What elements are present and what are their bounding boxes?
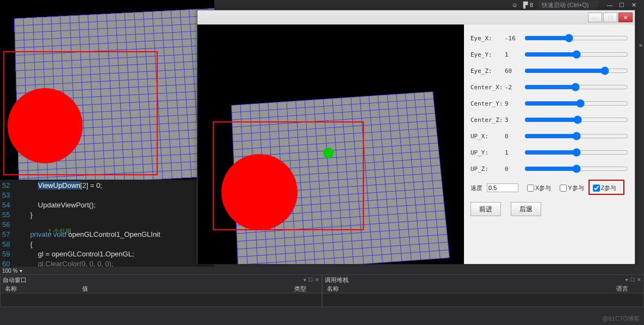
dropdown-icon[interactable]: ▾ bbox=[304, 277, 306, 283]
slider-eyey[interactable] bbox=[524, 50, 628, 59]
opengl-viewport[interactable] bbox=[197, 24, 464, 264]
slider-label: Eye_X: bbox=[470, 35, 500, 42]
slider-eyez[interactable] bbox=[524, 66, 628, 75]
slider-value: -2 bbox=[505, 84, 520, 91]
slider-upz[interactable] bbox=[524, 164, 628, 173]
ide-minimize-button[interactable]: — bbox=[604, 2, 616, 9]
red-sphere bbox=[8, 88, 83, 163]
flag-icon: ▛ bbox=[523, 2, 528, 9]
app-window: — ☐ ✕ Eye_X:-16Eye_Y:1Eye_Z:60Center_X:-… bbox=[197, 10, 635, 263]
quick-launch-input[interactable]: 快速启动 (Ctrl+Q) bbox=[538, 1, 598, 10]
slider-value: -16 bbox=[505, 35, 520, 42]
col-value: 值 bbox=[82, 285, 294, 293]
code-lines[interactable]: ViewUpDown[2] = 0; UpdateViewPort(); } 1… bbox=[14, 180, 160, 267]
notification-badge[interactable]: ▛ 8 bbox=[523, 2, 533, 9]
slider-upx[interactable] bbox=[524, 132, 628, 140]
slider-label: UP_Z: bbox=[470, 165, 500, 173]
y-axis-label: Y参与 bbox=[568, 184, 584, 192]
zoom-indicator: 100 %▾ bbox=[0, 267, 644, 274]
slider-value: 1 bbox=[505, 51, 520, 58]
ide-maximize-button[interactable]: ☐ bbox=[616, 2, 628, 9]
slider-centerx[interactable] bbox=[524, 83, 628, 91]
z-axis-label: Z参与 bbox=[601, 184, 617, 192]
speed-input[interactable] bbox=[487, 183, 518, 192]
slider-label: Center_Y: bbox=[470, 100, 500, 107]
col-type: 类型 bbox=[294, 285, 321, 293]
watermark: @51CTO博客 bbox=[603, 315, 640, 323]
slider-label: UP_X: bbox=[470, 133, 500, 140]
speed-label: 速度 bbox=[470, 184, 482, 192]
app-titlebar[interactable]: — ☐ ✕ bbox=[197, 10, 635, 24]
app-maximize-button[interactable]: ☐ bbox=[603, 13, 617, 22]
notification-count: 8 bbox=[530, 2, 533, 8]
slider-value: 3 bbox=[505, 116, 520, 124]
callstack-panel[interactable]: 调用堆栈 ▾☐✕ 名称 语言 bbox=[322, 274, 644, 307]
dropdown-icon[interactable]: ▾ bbox=[626, 277, 628, 283]
app-close-button[interactable]: ✕ bbox=[618, 13, 633, 22]
slider-label: Center_Z: bbox=[470, 116, 500, 124]
controls-panel: Eye_X:-16Eye_Y:1Eye_Z:60Center_X:-2Cente… bbox=[464, 24, 635, 264]
autos-panel[interactable]: 自动窗口 ▾☐✕ 名称 值 类型 bbox=[0, 274, 322, 307]
slider-eyex[interactable] bbox=[524, 34, 628, 42]
slider-centery[interactable] bbox=[524, 99, 628, 108]
z-axis-checkbox[interactable] bbox=[593, 185, 600, 192]
x-axis-label: X参与 bbox=[535, 184, 551, 192]
code-editor[interactable]: 525354555657585960 ViewUpDown[2] = 0; Up… bbox=[0, 180, 214, 267]
red-sphere bbox=[221, 154, 298, 230]
col-lang: 语言 bbox=[616, 285, 643, 293]
slider-value: 60 bbox=[505, 68, 520, 75]
pin-icon[interactable]: ☐ bbox=[630, 277, 635, 283]
green-sphere bbox=[323, 148, 334, 158]
y-axis-checkbox[interactable] bbox=[560, 185, 567, 192]
slider-label: Center_X: bbox=[470, 84, 500, 91]
slider-value: 0 bbox=[505, 165, 520, 173]
zoomed-gl-preview bbox=[0, 0, 214, 180]
line-gutter: 525354555657585960 bbox=[0, 180, 14, 267]
back-button[interactable]: 后退 bbox=[511, 202, 541, 216]
side-close-icon[interactable]: ✕ bbox=[639, 42, 643, 48]
slider-value: 9 bbox=[505, 100, 520, 107]
close-icon[interactable]: ✕ bbox=[315, 277, 319, 283]
col-name: 名称 bbox=[1, 285, 82, 293]
col-name: 名称 bbox=[323, 285, 404, 293]
slider-value: 0 bbox=[505, 133, 520, 140]
ide-close-button[interactable]: ✕ bbox=[628, 2, 640, 9]
slider-upy[interactable] bbox=[524, 148, 628, 157]
forward-button[interactable]: 前进 bbox=[470, 202, 501, 216]
slider-value: 1 bbox=[505, 149, 520, 156]
panel-title: 调用堆栈 bbox=[325, 276, 349, 284]
slider-label: UP_Y: bbox=[470, 149, 500, 156]
slider-centerz[interactable] bbox=[524, 115, 628, 124]
pin-icon[interactable]: ☐ bbox=[308, 277, 313, 283]
panel-title: 自动窗口 bbox=[3, 276, 27, 284]
close-icon[interactable]: ✕ bbox=[637, 277, 641, 283]
x-axis-checkbox[interactable] bbox=[527, 185, 534, 192]
slider-label: Eye_Z: bbox=[470, 68, 500, 75]
app-minimize-button[interactable]: — bbox=[588, 13, 602, 22]
slider-label: Eye_Y: bbox=[470, 51, 500, 58]
feedback-icon[interactable]: ☺ bbox=[512, 2, 518, 8]
